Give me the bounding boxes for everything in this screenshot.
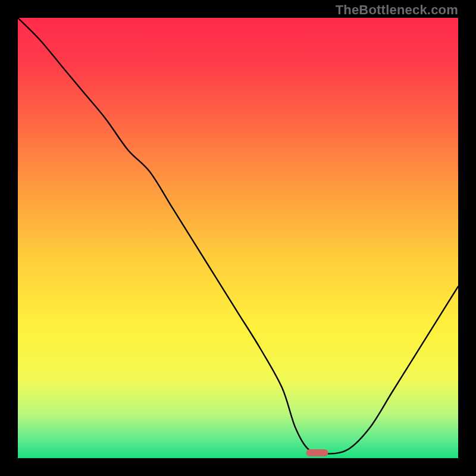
plot-area xyxy=(18,18,458,458)
optimal-marker xyxy=(306,449,328,456)
watermark-text: TheBottleneck.com xyxy=(336,2,458,18)
bottleneck-curve xyxy=(18,18,458,458)
outer-frame: TheBottleneck.com xyxy=(0,0,476,476)
